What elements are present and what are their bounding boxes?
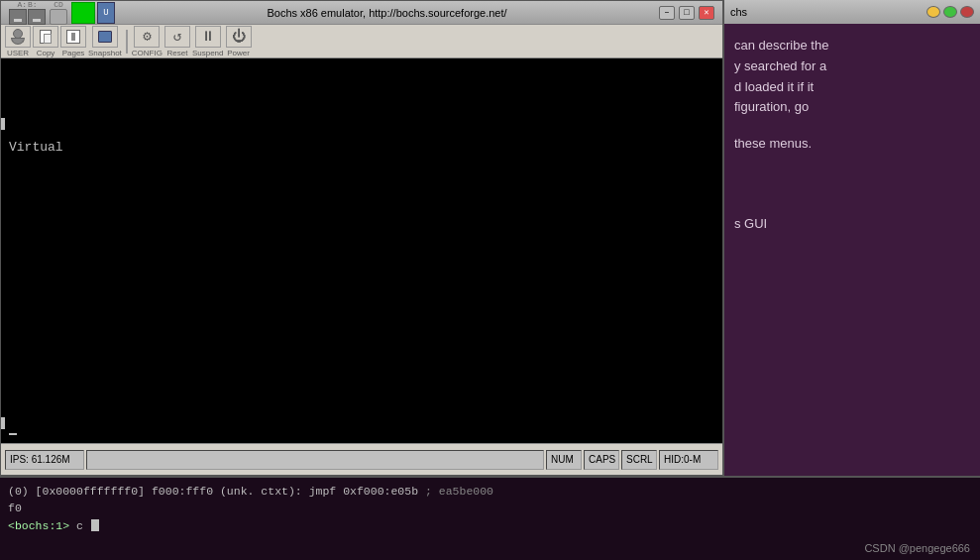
help-line-2: y searched for a — [734, 56, 970, 77]
window-controls: – □ ✕ — [659, 6, 714, 20]
terminal-output[interactable]: (0) [0x0000fffffff0] f000:fff0 (unk. ctx… — [0, 476, 980, 560]
right-panel-title: chs — [730, 6, 747, 18]
right-panel-controls — [926, 6, 974, 18]
help-line-8: s GUI — [734, 214, 970, 235]
terminal-cursor — [91, 519, 99, 531]
num-lock-indicator: NUM — [546, 450, 582, 470]
status-bar: IPS: 61.126M NUM CAPS SCRL HID:0-M — [1, 443, 722, 475]
toolbar-separator-1 — [126, 30, 128, 54]
terminal-line1: (0) [0x0000fffffff0] f000:fff0 (unk. ctx… — [8, 485, 493, 498]
bochs-main-window: A: B: CD — [0, 0, 723, 476]
help-line-4: figuration, go — [734, 97, 970, 118]
terminal-line2: f0 — [8, 502, 22, 514]
right-panel-close[interactable] — [960, 6, 974, 18]
watermark: CSDN @pengege666 — [864, 542, 970, 554]
right-help-panel: chs can describe the y searched for a d … — [723, 0, 980, 476]
help-line-1: can describe the — [734, 36, 970, 56]
right-panel-titlebar: chs — [724, 0, 980, 24]
paste-label: Pages — [62, 49, 85, 57]
snapshot-label: Snapshot — [88, 49, 122, 57]
terminal-prompt: <bochs:1> — [8, 519, 69, 532]
power-label: Power — [227, 49, 250, 57]
toolbar-reset[interactable]: ↺ Reset — [164, 26, 190, 57]
caps-lock-indicator: CAPS — [584, 450, 619, 470]
window-title: Bochs x86 emulator, http://bochs.sourcef… — [115, 7, 659, 19]
help-line-3: d loaded it if it — [734, 77, 970, 98]
scroll-lock-indicator: SCRL — [621, 450, 657, 470]
toolbar-config[interactable]: ⚙ CONFIG — [132, 26, 163, 57]
toolbar-paste[interactable]: Pages — [60, 26, 86, 57]
right-panel-content: can describe the y searched for a d load… — [724, 24, 980, 247]
reset-label: Reset — [166, 49, 187, 57]
hid-indicator: HID:0-M — [659, 450, 718, 470]
suspend-label: Suspend — [192, 49, 224, 57]
toolbar-copy[interactable]: Copy — [33, 26, 58, 57]
help-line-6: these menus. — [734, 134, 970, 155]
close-button[interactable]: ✕ — [699, 6, 714, 20]
terminal-cmd: c — [69, 519, 83, 532]
maximize-button[interactable]: □ — [679, 6, 695, 20]
right-panel-maximize[interactable] — [943, 6, 957, 18]
virtual-label: Virtual — [9, 140, 63, 155]
title-bar: A: B: CD — [1, 1, 722, 25]
config-label: CONFIG — [132, 49, 163, 57]
minimize-button[interactable]: – — [659, 6, 675, 20]
toolbar-snapshot[interactable]: Snapshot — [88, 26, 122, 57]
right-panel-minimize[interactable] — [926, 6, 940, 18]
ips-display: IPS: 61.126M — [5, 450, 84, 470]
emulator-display[interactable]: Virtual — [1, 58, 722, 443]
toolbar: USER Copy Pages Snapshot — [1, 25, 722, 58]
terminal-content: (0) [0x0000fffffff0] f000:fff0 (unk. ctx… — [0, 478, 980, 536]
user-label: USER — [7, 49, 29, 57]
toolbar-power[interactable]: ⏻ Power — [226, 26, 252, 57]
copy-label: Copy — [37, 49, 55, 57]
toolbar-user[interactable]: USER — [5, 26, 31, 57]
toolbar-suspend[interactable]: ⏸ Suspend — [192, 26, 224, 57]
